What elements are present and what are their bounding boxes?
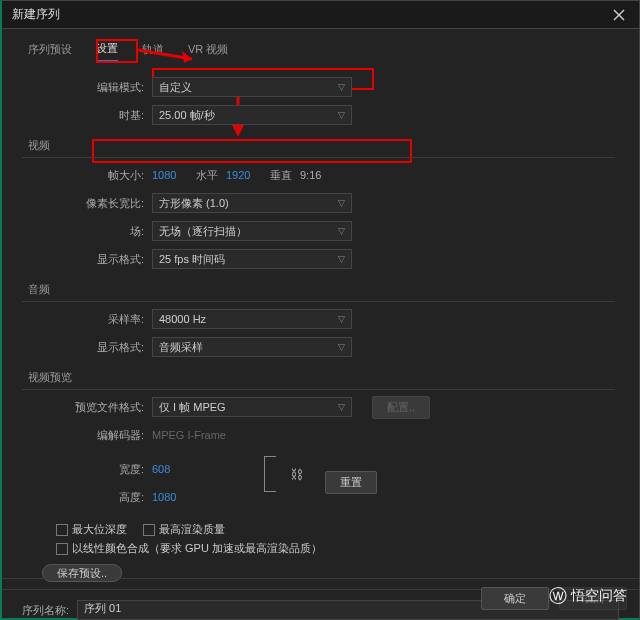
row-pixel-aspect: 像素长宽比: 方形像素 (1.0) ▽	[22, 192, 615, 214]
row-gpu: 以线性颜色合成（要求 GPU 加速或最高渲染品质）	[56, 541, 615, 556]
label-codec: 编解码器:	[22, 428, 152, 443]
row-frame-size: 帧大小: 1080 水平 1920 垂直 9:16	[22, 164, 615, 186]
chevron-down-icon: ▽	[338, 402, 345, 412]
select-audio-display-format[interactable]: 音频采样 ▽	[152, 337, 352, 357]
chevron-down-icon: ▽	[338, 82, 345, 92]
row-preview-height: 高度: 1080	[22, 486, 176, 508]
select-preview-format[interactable]: 仅 I 帧 MPEG ▽	[152, 397, 352, 417]
row-audio-display-format: 显示格式: 音频采样 ▽	[22, 336, 615, 358]
checkbox-gpu-composite[interactable]	[56, 543, 68, 555]
row-display-format: 显示格式: 25 fps 时间码 ▽	[22, 248, 615, 270]
chevron-down-icon: ▽	[338, 198, 345, 208]
row-edit-mode: 编辑模式: 自定义 ▽	[22, 76, 615, 98]
select-sample-rate[interactable]: 48000 Hz ▽	[152, 309, 352, 329]
label-horizontal: 水平	[196, 168, 218, 183]
label-fields: 场:	[22, 224, 152, 239]
select-edit-mode-value: 自定义	[159, 80, 192, 95]
window-title: 新建序列	[12, 6, 60, 23]
tab-vr[interactable]: VR 视频	[188, 42, 228, 61]
link-bracket-icon	[264, 456, 276, 492]
label-sample-rate: 采样率:	[22, 312, 152, 327]
chevron-down-icon: ▽	[338, 254, 345, 264]
label-gpu-composite: 以线性颜色合成（要求 GPU 加速或最高渲染品质）	[72, 541, 322, 556]
row-checks: 最大位深度 最高渲染质量	[56, 522, 615, 537]
select-timebase[interactable]: 25.00 帧/秒 ▽	[152, 105, 352, 125]
dialog-footer: 确定 取消	[2, 578, 639, 618]
tab-bar: 序列预设 设置 轨道 VR 视频	[2, 29, 639, 62]
label-edit-mode: 编辑模式:	[22, 80, 152, 95]
input-preview-width[interactable]: 608	[152, 463, 170, 475]
label-preview-height: 高度:	[22, 490, 152, 505]
reset-button[interactable]: 重置	[325, 471, 377, 494]
select-audio-display-format-value: 音频采样	[159, 340, 203, 355]
section-preview: 视频预览	[28, 370, 615, 385]
input-frame-height[interactable]: 1920	[226, 169, 262, 181]
select-edit-mode[interactable]: 自定义 ▽	[152, 77, 352, 97]
chevron-down-icon: ▽	[338, 342, 345, 352]
label-display-format: 显示格式:	[22, 252, 152, 267]
divider	[22, 157, 615, 158]
divider	[22, 389, 615, 390]
label-pixel-aspect: 像素长宽比:	[22, 196, 152, 211]
cancel-button[interactable]: 取消	[559, 587, 627, 610]
close-icon	[613, 9, 625, 21]
select-pixel-aspect[interactable]: 方形像素 (1.0) ▽	[152, 193, 352, 213]
section-video: 视频	[28, 138, 615, 153]
close-button[interactable]	[607, 3, 631, 27]
chevron-down-icon: ▽	[338, 110, 345, 120]
chevron-down-icon: ▽	[338, 314, 345, 324]
configure-button: 配置..	[372, 396, 430, 419]
select-sample-rate-value: 48000 Hz	[159, 313, 206, 325]
codec-value: MPEG I-Frame	[152, 429, 226, 441]
ok-button[interactable]: 确定	[481, 587, 549, 610]
settings-panel: 编辑模式: 自定义 ▽ 时基: 25.00 帧/秒 ▽ 视频 帧大小: 1080…	[2, 62, 639, 589]
titlebar: 新建序列	[2, 1, 639, 29]
tab-settings[interactable]: 设置	[96, 41, 118, 62]
new-sequence-dialog: 新建序列 序列预设 设置 轨道 VR 视频 编辑模式: 自定义 ▽ 时基:	[0, 0, 640, 620]
row-sample-rate: 采样率: 48000 Hz ▽	[22, 308, 615, 330]
label-audio-display-format: 显示格式:	[22, 340, 152, 355]
input-preview-height[interactable]: 1080	[152, 491, 176, 503]
select-display-format[interactable]: 25 fps 时间码 ▽	[152, 249, 352, 269]
tab-presets[interactable]: 序列预设	[28, 42, 72, 61]
select-display-format-value: 25 fps 时间码	[159, 252, 225, 267]
select-fields[interactable]: 无场（逐行扫描） ▽	[152, 221, 352, 241]
tab-tracks[interactable]: 轨道	[142, 42, 164, 61]
select-preview-format-value: 仅 I 帧 MPEG	[159, 400, 226, 415]
label-preview-format: 预览文件格式:	[22, 400, 152, 415]
label-max-render-quality: 最高渲染质量	[159, 523, 225, 535]
label-vertical: 垂直	[270, 168, 292, 183]
divider	[22, 301, 615, 302]
row-preview-width: 宽度: 608	[22, 458, 176, 480]
label-aspect-result: 9:16	[300, 169, 321, 181]
row-codec: 编解码器: MPEG I-Frame	[22, 424, 615, 446]
select-fields-value: 无场（逐行扫描）	[159, 224, 247, 239]
select-timebase-value: 25.00 帧/秒	[159, 108, 215, 123]
row-fields: 场: 无场（逐行扫描） ▽	[22, 220, 615, 242]
label-frame-size: 帧大小:	[22, 168, 152, 183]
checkbox-max-render-quality[interactable]	[143, 524, 155, 536]
chevron-down-icon: ▽	[338, 226, 345, 236]
section-audio: 音频	[28, 282, 615, 297]
input-frame-width[interactable]: 1080	[152, 169, 188, 181]
chain-icon[interactable]: ⛓	[290, 467, 303, 482]
label-max-bit-depth: 最大位深度	[72, 523, 127, 535]
label-preview-width: 宽度:	[22, 462, 152, 477]
label-timebase: 时基:	[22, 108, 152, 123]
checkbox-max-bit-depth[interactable]	[56, 524, 68, 536]
select-pixel-aspect-value: 方形像素 (1.0)	[159, 196, 229, 211]
row-preview-format: 预览文件格式: 仅 I 帧 MPEG ▽ 配置..	[22, 396, 615, 418]
row-timebase: 时基: 25.00 帧/秒 ▽	[22, 104, 615, 126]
